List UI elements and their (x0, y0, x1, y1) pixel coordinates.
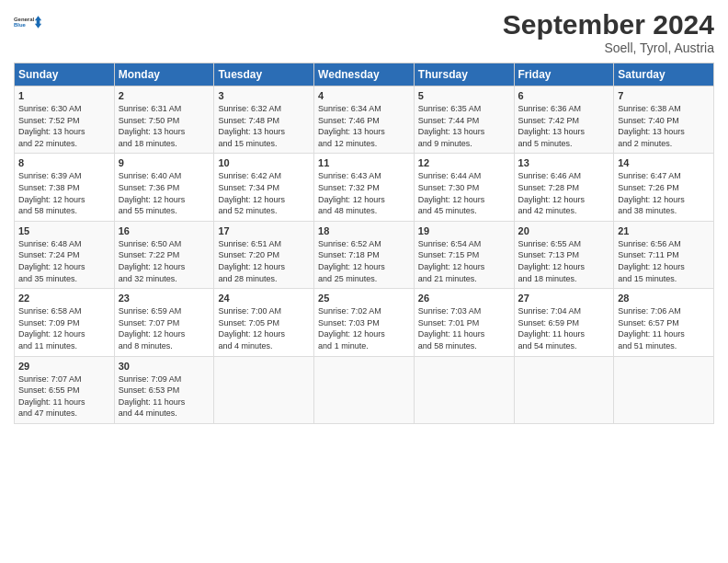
week-row-1: 1 Sunrise: 6:30 AMSunset: 7:52 PMDayligh… (15, 86, 714, 154)
day-27: 27 Sunrise: 7:04 AMSunset: 6:59 PMDaylig… (514, 289, 614, 356)
day-empty-1 (214, 356, 314, 423)
week-row-5: 29 Sunrise: 7:07 AMSunset: 6:55 PMDaylig… (15, 356, 714, 423)
title-block: September 2024 Soell, Tyrol, Austria (503, 9, 714, 55)
col-thursday: Thursday (414, 63, 514, 86)
day-16: 16 Sunrise: 6:50 AMSunset: 7:22 PMDaylig… (114, 221, 214, 288)
logo: GeneralBlue (14, 9, 43, 35)
day-7: 7 Sunrise: 6:38 AMSunset: 7:40 PMDayligh… (614, 86, 714, 154)
day-24: 24 Sunrise: 7:00 AMSunset: 7:05 PMDaylig… (214, 289, 314, 356)
logo-icon: GeneralBlue (14, 9, 43, 35)
day-3: 3 Sunrise: 6:32 AMSunset: 7:48 PMDayligh… (214, 86, 314, 154)
day-23: 23 Sunrise: 6:59 AMSunset: 7:07 PMDaylig… (114, 289, 214, 356)
header-row: Sunday Monday Tuesday Wednesday Thursday… (15, 63, 714, 86)
day-19: 19 Sunrise: 6:54 AMSunset: 7:15 PMDaylig… (414, 221, 514, 288)
day-20: 20 Sunrise: 6:55 AMSunset: 7:13 PMDaylig… (514, 221, 614, 288)
day-29: 29 Sunrise: 7:07 AMSunset: 6:55 PMDaylig… (15, 356, 115, 423)
svg-text:Blue: Blue (14, 22, 27, 28)
col-friday: Friday (514, 63, 614, 86)
day-30: 30 Sunrise: 7:09 AMSunset: 6:53 PMDaylig… (114, 356, 214, 423)
calendar-table: Sunday Monday Tuesday Wednesday Thursday… (14, 63, 714, 424)
month-title: September 2024 (503, 9, 714, 40)
col-wednesday: Wednesday (314, 63, 415, 86)
day-13: 13 Sunrise: 6:46 AMSunset: 7:28 PMDaylig… (514, 154, 614, 221)
day-22: 22 Sunrise: 6:58 AMSunset: 7:09 PMDaylig… (15, 289, 115, 356)
day-10: 10 Sunrise: 6:42 AMSunset: 7:34 PMDaylig… (214, 154, 314, 221)
day-empty-2 (314, 356, 415, 423)
day-1: 1 Sunrise: 6:30 AMSunset: 7:52 PMDayligh… (15, 86, 115, 154)
day-6: 6 Sunrise: 6:36 AMSunset: 7:42 PMDayligh… (514, 86, 614, 154)
svg-marker-2 (35, 16, 41, 29)
week-row-3: 15 Sunrise: 6:48 AMSunset: 7:24 PMDaylig… (15, 221, 714, 288)
day-15: 15 Sunrise: 6:48 AMSunset: 7:24 PMDaylig… (15, 221, 115, 288)
col-monday: Monday (114, 63, 214, 86)
week-row-4: 22 Sunrise: 6:58 AMSunset: 7:09 PMDaylig… (15, 289, 714, 356)
day-9: 9 Sunrise: 6:40 AMSunset: 7:36 PMDayligh… (114, 154, 214, 221)
day-2: 2 Sunrise: 6:31 AMSunset: 7:50 PMDayligh… (114, 86, 214, 154)
day-empty-4 (514, 356, 614, 423)
day-17: 17 Sunrise: 6:51 AMSunset: 7:20 PMDaylig… (214, 221, 314, 288)
day-5: 5 Sunrise: 6:35 AMSunset: 7:44 PMDayligh… (414, 86, 514, 154)
header: GeneralBlue September 2024 Soell, Tyrol,… (14, 9, 714, 55)
col-saturday: Saturday (614, 63, 714, 86)
location: Soell, Tyrol, Austria (503, 40, 714, 55)
day-14: 14 Sunrise: 6:47 AMSunset: 7:26 PMDaylig… (614, 154, 714, 221)
svg-text:General: General (14, 17, 34, 22)
page: GeneralBlue September 2024 Soell, Tyrol,… (0, 0, 728, 563)
col-sunday: Sunday (15, 63, 115, 86)
day-12: 12 Sunrise: 6:44 AMSunset: 7:30 PMDaylig… (414, 154, 514, 221)
day-26: 26 Sunrise: 7:03 AMSunset: 7:01 PMDaylig… (414, 289, 514, 356)
day-18: 18 Sunrise: 6:52 AMSunset: 7:18 PMDaylig… (314, 221, 415, 288)
col-tuesday: Tuesday (214, 63, 314, 86)
day-28: 28 Sunrise: 7:06 AMSunset: 6:57 PMDaylig… (614, 289, 714, 356)
day-empty-5 (614, 356, 714, 423)
day-25: 25 Sunrise: 7:02 AMSunset: 7:03 PMDaylig… (314, 289, 415, 356)
day-4: 4 Sunrise: 6:34 AMSunset: 7:46 PMDayligh… (314, 86, 415, 154)
day-empty-3 (414, 356, 514, 423)
day-8: 8 Sunrise: 6:39 AMSunset: 7:38 PMDayligh… (15, 154, 115, 221)
day-11: 11 Sunrise: 6:43 AMSunset: 7:32 PMDaylig… (314, 154, 415, 221)
week-row-2: 8 Sunrise: 6:39 AMSunset: 7:38 PMDayligh… (15, 154, 714, 221)
day-21: 21 Sunrise: 6:56 AMSunset: 7:11 PMDaylig… (614, 221, 714, 288)
